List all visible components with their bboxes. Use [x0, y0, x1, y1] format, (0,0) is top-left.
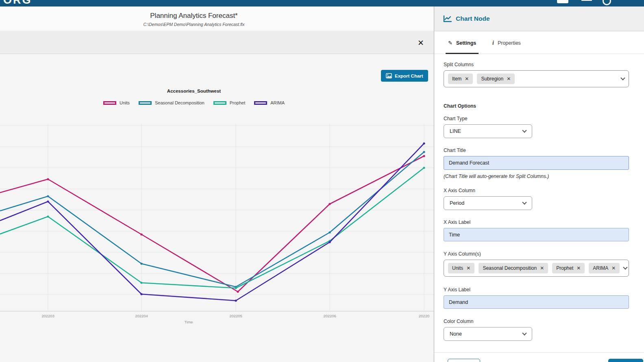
color-column-field: Color Column None	[444, 319, 532, 341]
chip-label: ARIMA	[593, 265, 608, 271]
selected-chip[interactable]: ARIMA✕	[589, 263, 620, 273]
data-point[interactable]	[329, 241, 331, 243]
legend-item[interactable]: Seasonal Decomposition	[139, 100, 205, 105]
selected-chip[interactable]: Subregion✕	[477, 74, 515, 84]
chart-title-input[interactable]	[444, 156, 629, 170]
footer-divider	[434, 352, 644, 353]
data-point[interactable]	[237, 290, 239, 293]
line-chart-icon	[443, 15, 452, 22]
selected-chip[interactable]: Item✕	[448, 74, 473, 84]
chip-remove-icon[interactable]: ✕	[466, 265, 470, 271]
data-point[interactable]	[423, 155, 425, 157]
split-columns-multiselect[interactable]: Item✕Subregion✕	[444, 70, 629, 87]
account-icon[interactable]	[603, 0, 611, 5]
chip-label: Seasonal Decomposition	[483, 265, 537, 271]
chip-label: Item	[452, 76, 461, 82]
chip-remove-icon[interactable]: ✕	[611, 265, 616, 271]
data-point[interactable]	[329, 231, 331, 233]
data-point[interactable]	[47, 215, 49, 217]
chevron-down-icon[interactable]	[620, 76, 625, 80]
data-point[interactable]	[423, 167, 425, 169]
x-axis-column-value: Period	[450, 200, 464, 206]
y-axis-label-label: Y Axis Label	[444, 287, 629, 293]
color-column-value: None	[450, 331, 462, 337]
chart-title-note: (Chart Title will auto-generate for Spli…	[444, 173, 629, 179]
close-icon[interactable]: ✕	[416, 38, 426, 48]
data-point[interactable]	[140, 262, 142, 264]
chart-options-heading: Chart Options	[444, 103, 476, 109]
tab-properties[interactable]: i Properties	[492, 32, 521, 54]
legend-item[interactable]: Prophet	[213, 100, 246, 105]
selected-chip[interactable]: Seasonal Decomposition✕	[479, 263, 548, 273]
series-line-units[interactable]	[0, 156, 424, 292]
x-axis-column-label: X Axis Column	[444, 188, 532, 193]
legend-swatch	[213, 101, 226, 105]
x-tick-label: 202203	[41, 314, 54, 318]
list-icon[interactable]	[581, 0, 592, 3]
data-point[interactable]	[423, 151, 425, 153]
chart-type-select[interactable]: LINE	[444, 124, 532, 138]
y-axis-label-field: Y Axis Label	[444, 287, 629, 309]
panel-primary-button[interactable]	[608, 359, 643, 362]
document-path: C:\Demos\EPM Demo\Planning Analytics For…	[144, 22, 245, 27]
chevron-down-icon	[522, 331, 527, 335]
legend-item[interactable]: ARIMA	[254, 100, 285, 105]
x-axis-column-field: X Axis Column Period	[444, 188, 532, 210]
chart-type-label: Chart Type	[444, 116, 532, 121]
series-line-prophet[interactable]	[0, 168, 424, 288]
legend-swatch	[103, 101, 116, 105]
chip-remove-icon[interactable]: ✕	[507, 76, 511, 82]
data-point[interactable]	[140, 233, 142, 235]
tab-settings[interactable]: ✎ Settings	[448, 32, 476, 54]
chart-type-value: LINE	[450, 128, 461, 134]
split-columns-field: Split Columns Item✕Subregion✕	[444, 62, 629, 87]
panel-tabs: ✎ Settings i Properties	[434, 32, 644, 54]
info-icon: i	[492, 40, 494, 46]
chevron-down-icon	[522, 200, 527, 204]
panel-secondary-button[interactable]	[448, 359, 480, 362]
export-chart-button[interactable]: Export Chart	[381, 70, 428, 82]
document-title: Planning Analytics Forecast*	[150, 12, 237, 20]
x-tick-label: 202204	[135, 314, 148, 318]
x-axis-label-input[interactable]	[444, 228, 629, 241]
y-axis-label-input[interactable]	[444, 295, 629, 309]
legend-swatch	[254, 101, 267, 105]
series-line-seasonal-decomposition[interactable]	[0, 152, 424, 287]
legend-item[interactable]: Units	[103, 100, 130, 105]
legend-swatch	[139, 101, 152, 105]
selected-chip[interactable]: Units✕	[448, 263, 474, 273]
chip-remove-icon[interactable]: ✕	[540, 265, 544, 271]
chevron-down-icon[interactable]	[623, 265, 628, 269]
data-point[interactable]	[140, 282, 142, 284]
color-column-label: Color Column	[444, 319, 532, 324]
x-axis-column-select[interactable]: Period	[444, 196, 532, 210]
data-point[interactable]	[235, 299, 237, 301]
y-axis-columns-multiselect[interactable]: Units✕Seasonal Decomposition✕Prophet✕ARI…	[444, 260, 629, 277]
legend-label: Units	[120, 100, 130, 105]
line-chart-plot[interactable]: 20220320220420220520220620220Time	[0, 120, 434, 332]
chevron-down-icon	[522, 128, 527, 132]
series-line-arima[interactable]	[0, 143, 424, 301]
data-point[interactable]	[235, 287, 237, 289]
chart-type-field: Chart Type LINE	[444, 116, 532, 138]
data-point[interactable]	[47, 195, 49, 197]
card-icon[interactable]	[557, 0, 568, 3]
data-point[interactable]	[423, 142, 425, 144]
data-point[interactable]	[329, 203, 331, 205]
data-point[interactable]	[140, 293, 142, 295]
panel-title: Chart Node	[443, 15, 490, 22]
x-tick-label: 202206	[323, 314, 336, 318]
color-column-select[interactable]: None	[444, 327, 532, 341]
image-icon	[386, 73, 392, 78]
data-point[interactable]	[47, 200, 49, 202]
selected-chip[interactable]: Prophet✕	[552, 263, 585, 273]
tab-settings-label: Settings	[456, 40, 476, 46]
split-columns-label: Split Columns	[444, 62, 629, 67]
data-point[interactable]	[47, 178, 49, 180]
legend-label: Seasonal Decomposition	[155, 100, 205, 105]
chart-title-field: Chart Title (Chart Title will auto-gener…	[444, 147, 629, 179]
workbook-canvas: Planning Analytics Forecast* C:\Demos\EP…	[0, 7, 434, 362]
chip-remove-icon[interactable]: ✕	[465, 76, 469, 82]
chip-remove-icon[interactable]: ✕	[577, 265, 581, 271]
chip-label: Subregion	[481, 76, 503, 82]
